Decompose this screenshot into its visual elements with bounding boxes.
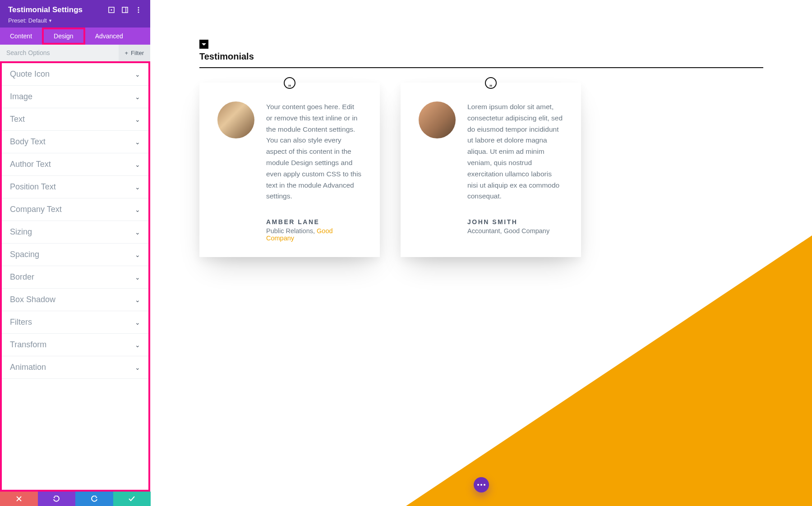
testimonial-meta: Accountant, Good Company (467, 227, 563, 235)
caret-down-icon: ▼ (48, 18, 52, 23)
redo-button[interactable] (75, 492, 113, 506)
background-shape (406, 235, 812, 506)
chevron-down-icon: ⌄ (135, 71, 140, 78)
chevron-down-icon: ⌄ (135, 364, 140, 371)
chevron-down-icon: ⌄ (135, 274, 140, 281)
floating-module-button[interactable] (474, 477, 489, 492)
panel-title: Testimonial Settings (8, 5, 83, 14)
section-transform[interactable]: Transform⌄ (2, 334, 148, 356)
undo-button[interactable] (38, 492, 76, 506)
preset-selector[interactable]: Preset: Default ▼ (8, 17, 142, 24)
section-spacing[interactable]: Spacing⌄ (2, 244, 148, 266)
preview-section-title: Testimonials (199, 51, 763, 68)
header-icons (108, 6, 142, 14)
cancel-button[interactable] (0, 492, 38, 506)
chevron-down-icon: ⌄ (135, 341, 140, 349)
search-input[interactable] (0, 45, 119, 61)
avatar (217, 101, 254, 138)
section-box-shadow[interactable]: Box Shadow⌄ (2, 289, 148, 311)
search-row: + Filter (0, 45, 150, 61)
chevron-down-icon: ⌄ (135, 116, 140, 123)
quote-icon: „ (485, 77, 497, 89)
panel-header: Testimonial Settings Preset: Default ▼ (0, 0, 150, 28)
testimonial-position: Public Relations (266, 227, 313, 235)
chevron-down-icon: ⌄ (135, 161, 140, 168)
tabs-row: Content Design Advanced (0, 28, 150, 45)
chevron-down-icon: ⌄ (135, 206, 140, 213)
chevron-down-icon: ⌄ (135, 251, 140, 258)
section-author-text[interactable]: Author Text⌄ (2, 153, 148, 176)
avatar (419, 101, 456, 138)
filter-button[interactable]: + Filter (119, 45, 150, 61)
expand-icon[interactable] (108, 6, 115, 14)
card-body: Lorem ipsum dolor sit amet, consectetur … (419, 101, 563, 235)
testimonial-author: AMBER LANE (266, 218, 362, 225)
tab-design[interactable]: Design (42, 28, 85, 45)
svg-point-1 (111, 9, 112, 11)
testimonial-meta: Public Relations, Good Company (266, 227, 362, 242)
section-border[interactable]: Border⌄ (2, 266, 148, 289)
testimonial-card[interactable]: „ Your content goes here. Edit or remove… (199, 83, 380, 257)
section-quote-icon[interactable]: Quote Icon⌄ (2, 63, 148, 86)
testimonial-text[interactable]: Lorem ipsum dolor sit amet, consectetur … (467, 101, 563, 202)
testimonial-author: JOHN SMITH (467, 218, 563, 225)
testimonial-company: Good Company (504, 227, 550, 235)
plus-icon: + (125, 50, 129, 56)
chevron-down-icon: ⌄ (135, 296, 140, 304)
section-company-text[interactable]: Company Text⌄ (2, 198, 148, 221)
testimonial-position: Accountant (467, 227, 500, 235)
section-position-text[interactable]: Position Text⌄ (2, 176, 148, 198)
section-filters[interactable]: Filters⌄ (2, 311, 148, 334)
testimonials-row: „ Your content goes here. Edit or remove… (199, 83, 763, 257)
settings-panel: Testimonial Settings Preset: Default ▼ C… (0, 0, 151, 492)
more-icon[interactable] (135, 6, 142, 14)
section-image[interactable]: Image⌄ (2, 86, 148, 108)
action-bar (0, 492, 151, 506)
card-body: Your content goes here. Edit or remove t… (217, 101, 362, 242)
preset-label: Preset: Default (8, 17, 47, 24)
preview-content: Testimonials „ Your content goes here. E… (151, 0, 812, 257)
section-animation[interactable]: Animation⌄ (2, 356, 148, 379)
section-body-text[interactable]: Body Text⌄ (2, 131, 148, 153)
svg-point-5 (138, 9, 139, 11)
tab-content[interactable]: Content (0, 28, 42, 45)
testimonial-card[interactable]: „ Lorem ipsum dolor sit amet, consectetu… (401, 83, 581, 257)
chevron-down-icon: ⌄ (135, 93, 140, 101)
section-sizing[interactable]: Sizing⌄ (2, 221, 148, 244)
svg-point-4 (138, 7, 139, 9)
svg-rect-2 (122, 7, 128, 13)
title-dot-icon (199, 40, 208, 49)
chevron-down-icon: ⌄ (135, 184, 140, 191)
svg-point-6 (138, 12, 139, 13)
save-button[interactable] (113, 492, 151, 506)
design-sections-list: Quote Icon⌄ Image⌄ Text⌄ Body Text⌄ Auth… (0, 61, 150, 492)
chevron-down-icon: ⌄ (135, 319, 140, 326)
filter-label: Filter (131, 50, 144, 56)
preview-area: Testimonials „ Your content goes here. E… (151, 0, 812, 506)
quote-icon: „ (284, 77, 295, 89)
testimonial-text[interactable]: Your content goes here. Edit or remove t… (266, 101, 362, 202)
tab-advanced[interactable]: Advanced (85, 28, 133, 45)
wireframe-icon[interactable] (121, 6, 129, 14)
chevron-down-icon: ⌄ (135, 138, 140, 146)
section-text[interactable]: Text⌄ (2, 108, 148, 131)
chevron-down-icon: ⌄ (135, 229, 140, 236)
